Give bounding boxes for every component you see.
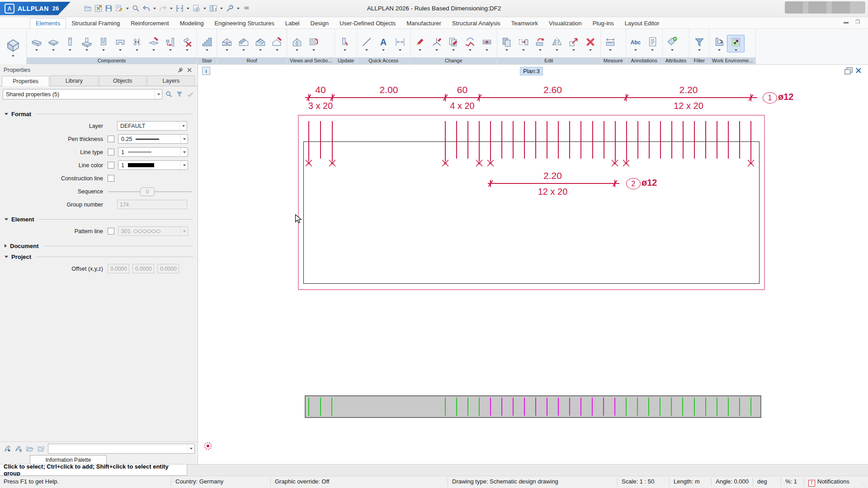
repeat-dropdown-icon[interactable] xyxy=(187,8,189,9)
line-color-select[interactable]: 1 xyxy=(118,160,188,170)
tools-dropdown-icon[interactable] xyxy=(237,8,240,9)
rebar-bar[interactable] xyxy=(615,121,616,161)
float-window-icon[interactable] xyxy=(844,67,853,75)
stair-icon[interactable] xyxy=(198,35,215,52)
rebar-bar[interactable] xyxy=(501,121,502,159)
delete-icon[interactable] xyxy=(582,35,599,52)
save-favorite-icon[interactable] xyxy=(37,444,46,453)
layer-select[interactable]: DEFAULT xyxy=(117,121,187,131)
panel-tab-library[interactable]: Library xyxy=(50,75,98,86)
rebar-bar[interactable] xyxy=(604,121,604,159)
tab-reinforcement[interactable]: Reinforcement xyxy=(125,19,175,28)
section-document[interactable]: Document xyxy=(5,240,193,251)
rebar-bar[interactable] xyxy=(320,121,321,159)
rebar-bar[interactable] xyxy=(705,121,706,159)
update-section-icon[interactable] xyxy=(305,35,322,52)
shared-properties-select[interactable]: Shared properties (5) xyxy=(3,89,162,99)
undo-dropdown-icon[interactable] xyxy=(153,8,156,9)
match-list-icon[interactable] xyxy=(14,444,23,453)
rebar-bar[interactable] xyxy=(717,121,717,159)
edit-document-icon[interactable] xyxy=(445,35,462,52)
app-isometric-view-button[interactable] xyxy=(0,29,27,65)
roof-frame-icon[interactable] xyxy=(235,35,252,52)
section-element[interactable]: Element xyxy=(5,214,193,225)
work-environment-icon[interactable] xyxy=(727,35,744,52)
window-controls-blurred[interactable] xyxy=(785,1,865,14)
redo-icon[interactable] xyxy=(158,3,168,14)
update-3d-icon[interactable] xyxy=(336,35,353,52)
favorite-select[interactable] xyxy=(48,444,195,454)
legend-icon[interactable] xyxy=(644,35,661,52)
rebar-bar[interactable] xyxy=(569,121,570,159)
rebar-bar[interactable] xyxy=(467,121,468,159)
pen-thickness-select[interactable]: 0.25 xyxy=(118,134,188,144)
document-window-controls[interactable]: ▬ ❐ xyxy=(844,19,863,25)
tab-plug-ins[interactable]: Plug-ins xyxy=(587,19,619,28)
rebar-bar[interactable] xyxy=(332,121,333,161)
downstand-beam-icon[interactable] xyxy=(112,35,128,52)
match-properties-icon[interactable] xyxy=(3,444,12,453)
rebar-bar[interactable] xyxy=(592,121,593,159)
rebar-bar[interactable] xyxy=(308,121,309,161)
column-icon[interactable] xyxy=(61,35,78,52)
close-panel-icon[interactable] xyxy=(185,66,194,75)
repeat-icon[interactable] xyxy=(175,3,184,14)
line-type-checkbox[interactable] xyxy=(108,149,114,155)
pin-icon[interactable] xyxy=(176,66,185,75)
slab-icon[interactable] xyxy=(45,35,61,52)
rebar-bar[interactable] xyxy=(445,121,446,161)
delete-component-icon[interactable] xyxy=(179,35,195,52)
window-layout-dropdown-icon[interactable] xyxy=(220,8,223,9)
tab-modeling[interactable]: Modeling xyxy=(175,19,209,28)
drawing-canvas[interactable]: 403 x 202.00604 x 202.602.2012 x 201ø122… xyxy=(198,64,868,465)
wall-icon[interactable] xyxy=(28,35,45,52)
edit-points-icon[interactable] xyxy=(429,35,445,52)
views-and-sections-icon[interactable] xyxy=(288,35,305,52)
filter-icon[interactable] xyxy=(691,35,708,52)
roof-covering-icon[interactable] xyxy=(252,35,269,52)
insert-component-icon[interactable] xyxy=(162,35,179,52)
sequence-slider-thumb[interactable]: 0 xyxy=(140,188,155,196)
rebar-bar[interactable] xyxy=(490,121,491,161)
construction-line-checkbox[interactable] xyxy=(108,175,114,182)
rebar-bar[interactable] xyxy=(547,121,547,159)
rebar-bar[interactable] xyxy=(637,121,638,159)
rebar-bar[interactable] xyxy=(535,121,536,159)
close-viewport-icon[interactable] xyxy=(855,67,862,74)
section-format[interactable]: Format xyxy=(5,108,193,119)
redo-dropdown-icon[interactable] xyxy=(170,8,173,9)
move-icon[interactable] xyxy=(515,35,532,52)
axis-grid-icon[interactable] xyxy=(128,35,145,52)
rotate-icon[interactable] xyxy=(532,35,549,52)
open-project-icon[interactable] xyxy=(83,3,93,14)
sequence-slider[interactable]: 0 xyxy=(108,187,192,196)
tab-visualization[interactable]: Visualization xyxy=(543,19,587,28)
line-type-select[interactable]: 1 xyxy=(118,147,188,157)
rebar-bar[interactable] xyxy=(694,121,695,159)
rebar-bar[interactable] xyxy=(649,121,650,159)
rebar-bar[interactable] xyxy=(728,121,729,159)
tools-icon[interactable] xyxy=(225,3,235,14)
search-properties-icon[interactable] xyxy=(164,90,173,99)
dimension-line-icon[interactable] xyxy=(392,35,409,52)
modify-roof-icon[interactable] xyxy=(269,35,285,52)
undo-icon[interactable] xyxy=(142,3,151,14)
rebar-mark-circle[interactable]: 1 xyxy=(763,92,777,103)
measure-icon[interactable] xyxy=(602,35,619,52)
beam-elevation-strip[interactable] xyxy=(305,395,761,418)
wizard-edit-icon[interactable] xyxy=(114,3,124,14)
search-icon[interactable] xyxy=(131,3,141,14)
show-hide-elements-icon[interactable] xyxy=(192,3,201,14)
tab-teamwork[interactable]: Teamwork xyxy=(506,19,543,28)
modify-spline-icon[interactable] xyxy=(462,35,479,52)
rebar-bar[interactable] xyxy=(739,121,740,159)
beam-outline[interactable] xyxy=(303,141,760,284)
show-hide-elements-dropdown-icon[interactable] xyxy=(203,8,206,9)
label-text-icon[interactable]: Abc xyxy=(627,35,644,52)
panel-tab-properties[interactable]: Properties xyxy=(2,76,49,86)
foundation-icon[interactable] xyxy=(78,35,95,52)
top-dimension-line[interactable] xyxy=(305,97,757,98)
info-icon[interactable]: i xyxy=(202,67,210,75)
rebar-bar[interactable] xyxy=(750,121,751,161)
tab-structural-analysis[interactable]: Structural Analysis xyxy=(447,19,506,28)
